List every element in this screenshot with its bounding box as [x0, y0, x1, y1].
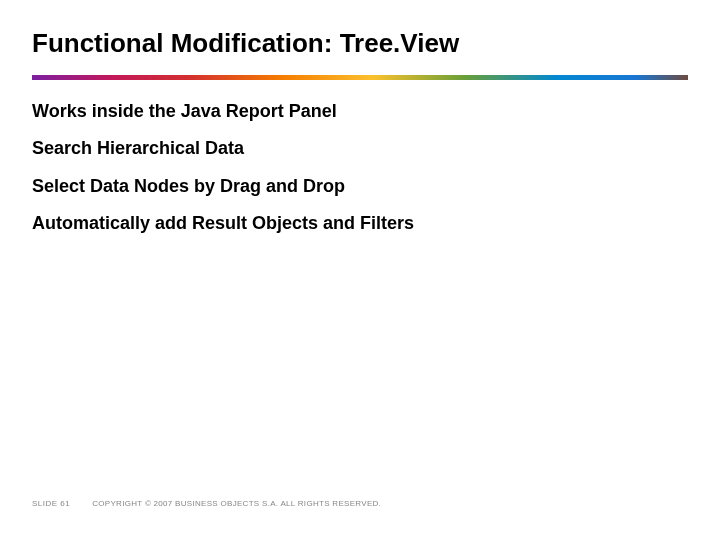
slide-footer: SLIDE 61 COPYRIGHT © 2007 BUSINESS OBJEC… [32, 499, 381, 508]
list-item: Works inside the Java Report Panel [32, 100, 688, 123]
list-item: Select Data Nodes by Drag and Drop [32, 175, 688, 198]
list-item: Automatically add Result Objects and Fil… [32, 212, 688, 235]
rainbow-divider [32, 75, 688, 80]
bullet-list: Works inside the Java Report Panel Searc… [32, 100, 688, 236]
copyright-text: COPYRIGHT © 2007 BUSINESS OBJECTS S.A. A… [92, 499, 381, 508]
slide-number: SLIDE 61 [32, 499, 70, 508]
slide: Functional Modification: Tree.View Works… [0, 0, 720, 540]
list-item: Search Hierarchical Data [32, 137, 688, 160]
slide-title: Functional Modification: Tree.View [32, 28, 688, 59]
